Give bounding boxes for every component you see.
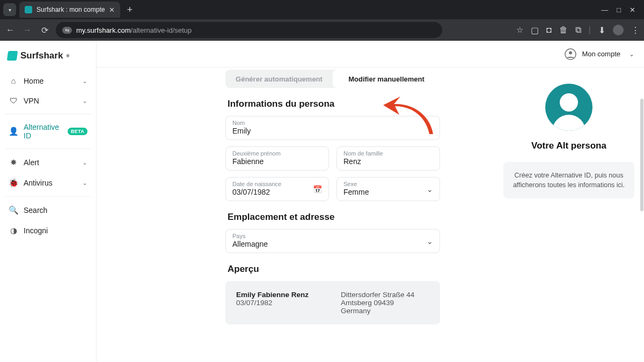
field-label: Nom [232,120,433,126]
tab-search-button[interactable]: ▾ [3,3,16,16]
sidebar-item-incogni[interactable]: ◑ Incogni [5,220,91,241]
chevron-down-icon[interactable]: ⌄ [427,237,433,246]
preview-dob: 03/07/1982 [236,299,273,307]
reload-button[interactable]: ⟳ [39,25,50,35]
sidebar-item-vpn[interactable]: 🛡 VPN ⌄ [5,91,91,110]
divider: | [589,25,591,35]
field-value: Emily [232,127,433,135]
sidebar-item-label: Home [24,77,43,85]
preview-card: Emily Fabienne Renz 03/07/1982 Dittersdo… [225,281,440,324]
field-label: Sexe [343,181,433,187]
incogni-icon: ◑ [9,226,18,235]
section-persona-title: Informations du persona [228,99,440,109]
sidebar-item-label: Incogni [24,226,48,235]
last-name-field[interactable]: Nom de famille Renz [336,146,440,171]
address-bar[interactable]: ⇆ my.surfshark.com/alternative-id/setup [56,22,442,38]
right-message: Créez votre Alternative ID, puis nous af… [503,162,634,198]
new-tab-button[interactable]: + [123,4,136,16]
field-value: 03/07/1982 [232,188,322,196]
field-value: Fabienne [232,157,322,166]
field-value: Femme [343,188,433,196]
sidebar-item-label: Alert [24,158,39,167]
sidebar-item-alternative-id[interactable]: 👤 Alternative ID BETA [5,117,91,145]
persona-tabs: Générer automatiquement Modifier manuell… [225,70,440,88]
calendar-icon[interactable]: 📅 [313,185,322,194]
user-icon: 👤 [9,127,18,136]
beta-badge: BETA [68,128,87,135]
browser-toolbar: ← → ⟳ ⇆ my.surfshark.com/alternative-id/… [0,19,644,41]
field-value: Renz [343,157,433,166]
bookmark-icon[interactable]: ☆ [516,25,523,35]
trash-icon[interactable]: 🗑 [559,25,568,35]
persona-avatar-icon [545,84,592,131]
browser-tab[interactable]: Surfshark : mon compte ✕ [19,2,120,18]
preview-name: Emily Fabienne Renz [236,291,309,299]
scrollbar[interactable] [640,99,643,211]
window-controls: ― □ ✕ [601,6,641,14]
sex-field[interactable]: Sexe Femme ⌄ [336,177,440,201]
sidebar-item-search[interactable]: 🔍 Search [5,200,91,220]
logo[interactable]: Surfshark® [5,48,91,71]
field-value: Allemagne [232,240,433,248]
chevron-down-icon: ⌄ [82,179,87,187]
preview-city: Amtsberg 09439 [341,299,394,307]
shield-icon: 🛡 [9,96,18,105]
profile-avatar-icon[interactable] [613,25,624,35]
tab-auto-generate[interactable]: Générer automatiquement [225,70,333,88]
camera-icon[interactable]: ▢ [531,25,539,35]
browser-menu-icon[interactable]: ⋮ [631,25,640,35]
close-window-button[interactable]: ✕ [630,6,635,14]
sidebar-item-label: Alternative ID [24,123,62,140]
search-icon: 🔍 [9,205,18,215]
dob-field[interactable]: Date de naissance 03/07/1982 📅 [225,177,329,201]
site-info-icon[interactable]: ⇆ [62,27,72,34]
preview-street: Dittersdorfer Straße 44 [341,291,414,299]
chevron-down-icon: ⌄ [82,159,87,166]
section-preview-title: Aperçu [228,264,440,275]
home-icon: ⌂ [9,76,18,85]
sidebar-item-alert[interactable]: ✸ Alert ⌄ [5,152,91,173]
sidebar-item-label: VPN [24,97,39,105]
lens-icon[interactable]: ◘ [546,25,552,35]
tab-title: Surfshark : mon compte [36,6,105,13]
field-label: Pays [232,233,433,239]
preview-country: Germany [341,307,371,315]
back-button[interactable]: ← [4,25,16,35]
alert-icon: ✸ [9,158,18,167]
downloads-icon[interactable]: ⬇ [598,25,605,35]
field-label: Date de naissance [232,181,322,187]
field-label: Nom de famille [343,150,433,157]
sidebar-item-home[interactable]: ⌂ Home ⌄ [5,71,91,91]
chevron-down-icon: ⌄ [82,97,87,105]
url-text: my.surfshark.com/alternative-id/setup [76,26,192,34]
field-label: Deuxième prénom [232,150,322,157]
chevron-down-icon[interactable]: ⌄ [427,185,433,194]
sidebar-item-label: Search [24,206,47,215]
chevron-down-icon: ⌄ [82,77,87,85]
browser-tabstrip: ▾ Surfshark : mon compte ✕ + ― □ ✕ [0,0,644,19]
tab-manual-edit[interactable]: Modifier manuellement [333,70,440,88]
favicon-icon [25,6,32,13]
close-tab-icon[interactable]: ✕ [109,6,115,14]
sidebar-item-antivirus[interactable]: 🐞 Antivirus ⌄ [5,173,91,193]
right-panel: Votre Alt persona Créez votre Alternativ… [494,68,644,362]
sidebar-item-label: Antivirus [24,179,53,187]
bug-icon: 🐞 [9,178,18,188]
name-field[interactable]: Nom Emily [225,116,440,140]
maximize-button[interactable]: □ [617,6,621,14]
forward-button[interactable]: → [21,25,33,35]
minimize-button[interactable]: ― [601,6,608,14]
middle-name-field[interactable]: Deuxième prénom Fabienne [225,146,329,171]
right-title: Votre Alt persona [503,141,634,151]
section-location-title: Emplacement et adresse [228,212,440,223]
country-field[interactable]: Pays Allemagne ⌄ [225,229,440,253]
extensions-icon[interactable]: ⧉ [575,25,581,35]
logo-mark-icon [7,51,18,61]
sidebar: Surfshark® ⌂ Home ⌄ 🛡 VPN ⌄ 👤 Alternativ… [0,41,97,362]
